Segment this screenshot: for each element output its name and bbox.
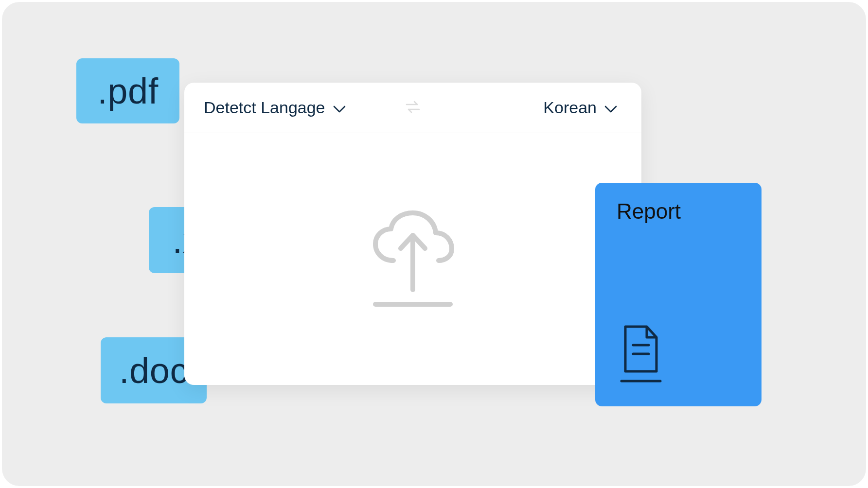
cloud-upload-icon — [367, 207, 459, 311]
translator-card: Detetct Langage Korean — [184, 83, 641, 385]
document-icon — [619, 325, 663, 385]
filetype-badge-label: .doc — [119, 350, 188, 391]
swap-languages-button[interactable] — [405, 100, 421, 116]
filetype-badge-label: .pdf — [97, 70, 158, 112]
upload-dropzone[interactable] — [184, 133, 641, 385]
filetype-badge-pdf[interactable]: .pdf — [76, 58, 179, 123]
chevron-down-icon — [333, 98, 346, 117]
canvas-background: .pdf .xls .doc Detetct Langage — [2, 2, 866, 486]
target-language-select[interactable]: Korean — [543, 98, 617, 117]
source-language-label: Detetct Langage — [204, 98, 325, 117]
source-language-select[interactable]: Detetct Langage — [204, 98, 346, 117]
report-card[interactable]: Report — [595, 183, 762, 406]
chevron-down-icon — [604, 98, 617, 117]
report-title: Report — [617, 199, 740, 224]
swap-arrows-icon — [405, 100, 421, 116]
target-language-label: Korean — [543, 98, 597, 117]
card-header: Detetct Langage Korean — [184, 83, 641, 133]
